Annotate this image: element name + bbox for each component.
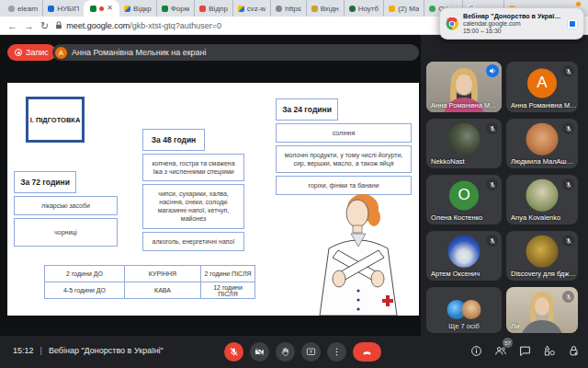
forward-icon[interactable]: → — [24, 17, 34, 35]
tab-label: Відкр — [133, 5, 152, 13]
browser-tab-nubip[interactable]: НУБІП — [42, 0, 84, 17]
participant-name: Анна Романівна Мел… — [431, 101, 497, 109]
tab-label: cvz-w — [247, 5, 266, 13]
chrome-icon — [446, 17, 458, 30]
participant-tile-nekkonast[interactable]: NekkoNast — [426, 119, 502, 168]
participant-name: Анна Романівна Мел… — [511, 101, 577, 109]
url-field[interactable]: meet.google.com/gkb-xtst-gtq?authuser=0 — [55, 21, 221, 30]
mic-toggle-button[interactable] — [224, 342, 243, 362]
recording-badge: Запис — [7, 44, 56, 61]
recording-dot-icon — [99, 6, 104, 11]
meet-app: Запис А Анна Романівна Мельник на екрані… — [0, 35, 588, 368]
call-controls — [224, 342, 381, 362]
chat-button[interactable] — [519, 345, 531, 357]
participant-tile-anna-video[interactable]: Анна Романівна Мел… — [426, 62, 502, 112]
table-cell: КУРІННЯ — [125, 266, 201, 282]
browser-tab-https[interactable]: https — [270, 0, 305, 17]
column-header: За 24 години — [276, 98, 338, 121]
participant-tile-olena[interactable]: О Олена Костенко — [426, 175, 502, 224]
participants-button[interactable]: 57 — [494, 344, 507, 357]
present-screen-button[interactable] — [301, 342, 321, 362]
avatar: А — [527, 68, 557, 98]
participant-tile-artem[interactable]: Артем Оксенич — [426, 231, 502, 281]
screen-record-indicator-icon — [576, 2, 581, 6]
tab-label: Вхідн — [321, 5, 339, 13]
mail-icon — [311, 6, 318, 12]
avatar-person — [462, 300, 481, 319]
tab-close-icon[interactable]: ✕ — [107, 5, 113, 12]
more-options-button[interactable] — [327, 342, 346, 362]
browser-tab-noutb[interactable]: Ноутб — [344, 0, 383, 17]
slide-column-72h: За 72 години лікарські засоби чорниці — [14, 171, 118, 249]
participant-tile-anna-avatar[interactable]: А Анна Романівна Мел… — [506, 62, 578, 112]
table-cell: 2 години ПІСЛЯ — [201, 266, 255, 282]
doctor-illustration — [312, 191, 409, 316]
avatar — [526, 123, 559, 155]
activities-button[interactable] — [543, 344, 556, 357]
mic-off-icon — [562, 122, 574, 134]
slide-item: соління — [276, 123, 412, 143]
presenting-banner: А Анна Романівна Мельник на екрані — [52, 44, 419, 61]
avatar — [448, 236, 481, 268]
browser-tab-cvz[interactable]: cvz-w — [232, 0, 270, 17]
participant-tile-anya[interactable]: Anya Kovalenko — [506, 175, 578, 224]
participant-tile-video-2[interactable]: Ли — [506, 287, 578, 333]
recording-label: Запис — [26, 48, 49, 57]
university-icon — [48, 6, 54, 12]
notification-source: calendar.google.com — [463, 20, 562, 28]
table-cell: КАВА — [125, 282, 201, 299]
gear-icon — [276, 6, 282, 12]
participant-name: Discovery для бджо… — [511, 270, 577, 278]
browser-tab-meet-active[interactable]: ✕ — [84, 0, 119, 17]
overflow-count-label: Ще 7 осіб — [426, 322, 502, 330]
lock-icon — [55, 21, 62, 29]
participant-tile-overflow[interactable]: Ще 7 осіб — [426, 287, 502, 333]
browser-tab-vkhidn[interactable]: Вхідн — [306, 0, 344, 17]
raise-hand-button[interactable] — [276, 342, 295, 362]
avatar — [448, 123, 481, 155]
meet-camera-icon — [90, 6, 96, 12]
slide-item: лікарські засоби — [14, 196, 118, 215]
tab-label: НУБІП — [57, 5, 79, 13]
clock-time: 15:12 — [13, 346, 34, 355]
participant-name: Олена Костенко — [431, 213, 482, 222]
globe-icon — [8, 6, 15, 12]
meeting-info: 15:12 | Вебінар "Донорство в Україні" — [13, 346, 164, 355]
tab-label: elearn — [17, 5, 38, 13]
browser-tab-vidpr[interactable]: Відпр — [194, 0, 232, 17]
slide-column-48h: За 48 годин копчена, гостра та смажена ї… — [142, 129, 244, 254]
browser-tab-vidkr[interactable]: Відкр — [119, 0, 156, 17]
tab-label: (2) Ма — [398, 5, 419, 13]
avatar — [526, 179, 559, 212]
camera-toggle-button[interactable] — [250, 342, 269, 362]
presenter-avatar: А — [55, 47, 67, 59]
reload-icon[interactable]: ↻ — [40, 17, 49, 35]
end-call-button[interactable] — [353, 342, 381, 362]
meeting-details-button[interactable] — [470, 345, 482, 357]
browser-tab-elearn[interactable]: elearn — [4, 0, 42, 17]
participant-name: Людмила МалАшен… — [511, 157, 577, 166]
slide-item: молочні продукти, у тому числі йогурти, … — [276, 145, 412, 173]
green-circle-icon — [349, 6, 356, 12]
record-icon — [15, 49, 22, 56]
column-header: За 48 годин — [142, 129, 205, 151]
divider: | — [40, 346, 42, 355]
browser-tab-form[interactable]: Форм — [156, 0, 194, 17]
browser-tab-ma[interactable]: (2) Ма — [383, 0, 424, 17]
overflow-avatars — [447, 300, 481, 319]
mic-off-icon — [562, 291, 574, 303]
participant-tile-ludmila[interactable]: Людмила МалАшен… — [506, 119, 578, 168]
mic-off-icon — [486, 122, 498, 134]
calendar-notification[interactable]: Вебінар "Донорство в Україні" calendar.g… — [439, 7, 584, 40]
back-icon[interactable]: ← — [7, 17, 17, 35]
gmail-icon — [199, 6, 206, 12]
sheets-icon — [162, 6, 168, 12]
shared-slide: І. ПІДГОТОВКА За 72 години лікарські зас… — [7, 83, 419, 316]
table-cell: 12 години ПІСЛЯ — [201, 282, 255, 299]
drive-icon — [124, 6, 130, 12]
calendar-icon — [567, 18, 578, 29]
slide-item: копчена, гостра та смажена їжа з численн… — [142, 154, 244, 181]
screen: elearn НУБІП ✕ Відкр Форм Відпр cvz-w ht… — [0, 0, 588, 368]
host-controls-button[interactable] — [568, 345, 580, 357]
participant-tile-discovery[interactable]: Discovery для бджо… — [506, 231, 578, 281]
